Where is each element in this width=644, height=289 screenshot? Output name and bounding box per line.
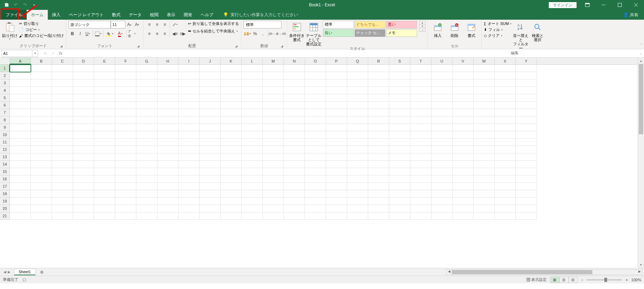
comma-format-icon[interactable]: ,: [259, 30, 267, 38]
cell[interactable]: [136, 205, 157, 212]
cell[interactable]: [326, 79, 347, 87]
cell[interactable]: [495, 124, 516, 131]
cell[interactable]: [284, 183, 305, 190]
cell[interactable]: [453, 79, 474, 87]
cell[interactable]: [136, 146, 157, 153]
merge-center-button[interactable]: ⬌セルを結合して中央揃え▾: [188, 28, 239, 34]
cell[interactable]: [200, 190, 221, 198]
cell[interactable]: [410, 65, 431, 72]
cell[interactable]: [347, 102, 368, 109]
cell[interactable]: [284, 109, 305, 116]
cell[interactable]: [73, 146, 94, 153]
cell[interactable]: [453, 102, 474, 109]
cell[interactable]: [263, 65, 284, 72]
clear-button[interactable]: ◇クリア ▾: [484, 33, 512, 39]
align-middle-icon[interactable]: ≡: [153, 21, 161, 28]
cell[interactable]: [221, 205, 242, 212]
normal-view-icon[interactable]: ▦: [550, 277, 559, 283]
cell[interactable]: [474, 139, 495, 146]
cell[interactable]: [221, 116, 242, 124]
cell[interactable]: [94, 65, 115, 72]
cell[interactable]: [157, 175, 178, 183]
cell[interactable]: [136, 79, 157, 87]
cell[interactable]: [453, 183, 474, 190]
cell[interactable]: [200, 109, 221, 116]
cell[interactable]: [305, 161, 326, 168]
cell[interactable]: [115, 198, 136, 205]
cell[interactable]: [157, 124, 178, 131]
cell[interactable]: [410, 102, 431, 109]
cell[interactable]: [157, 65, 178, 72]
cell[interactable]: [200, 161, 221, 168]
style-bad[interactable]: 悪い: [386, 21, 417, 28]
cell[interactable]: [178, 168, 200, 175]
cell[interactable]: [73, 131, 94, 139]
cell[interactable]: [495, 94, 516, 102]
cell[interactable]: [368, 116, 389, 124]
autosum-button[interactable]: Σオート SUM ▾: [484, 21, 512, 27]
styles-scroll[interactable]: ▴▾⌄: [419, 21, 425, 32]
cell[interactable]: [495, 131, 516, 139]
cell[interactable]: [221, 102, 242, 109]
cell[interactable]: [431, 212, 453, 220]
sheet-nav-next-icon[interactable]: ▶: [8, 270, 11, 274]
cell[interactable]: [305, 190, 326, 198]
cell[interactable]: [10, 124, 31, 131]
cell[interactable]: [495, 190, 516, 198]
cell[interactable]: [73, 153, 94, 161]
cell[interactable]: [326, 212, 347, 220]
cell[interactable]: [136, 198, 157, 205]
percent-format-icon[interactable]: %: [251, 30, 259, 38]
format-painter-button[interactable]: 🖌書式のコピー/貼り付け: [19, 33, 64, 39]
format-cells-button[interactable]: 書式: [464, 21, 479, 38]
scroll-down-icon[interactable]: ▾: [419, 25, 425, 28]
cell[interactable]: [73, 72, 94, 79]
cell[interactable]: [115, 109, 136, 116]
cell[interactable]: [474, 205, 495, 212]
cell[interactable]: [326, 198, 347, 205]
decrease-font-icon[interactable]: A▾: [133, 21, 141, 28]
column-header[interactable]: F: [115, 58, 136, 64]
cell[interactable]: [178, 205, 200, 212]
font-color-button[interactable]: A: [115, 30, 125, 38]
cell[interactable]: [263, 124, 284, 131]
cell[interactable]: [157, 139, 178, 146]
horizontal-scrollbar[interactable]: ◀ ▶: [446, 269, 643, 275]
cell[interactable]: [200, 65, 221, 72]
italic-button[interactable]: I: [76, 30, 84, 38]
cell[interactable]: [284, 139, 305, 146]
cell[interactable]: [136, 168, 157, 175]
cell[interactable]: [495, 168, 516, 175]
cell[interactable]: [178, 87, 200, 94]
cell[interactable]: [242, 161, 263, 168]
cell[interactable]: [305, 212, 326, 220]
cell[interactable]: [326, 146, 347, 153]
cell[interactable]: [115, 124, 136, 131]
cell[interactable]: [284, 94, 305, 102]
cell[interactable]: [221, 79, 242, 87]
cell[interactable]: [94, 102, 115, 109]
cell[interactable]: [52, 139, 73, 146]
cell[interactable]: [178, 139, 200, 146]
cell[interactable]: [347, 190, 368, 198]
cell[interactable]: [221, 124, 242, 131]
cell[interactable]: [305, 102, 326, 109]
column-header[interactable]: S: [389, 58, 410, 64]
cell[interactable]: [136, 124, 157, 131]
dialog-launcher-icon[interactable]: ◢: [234, 44, 238, 49]
cell[interactable]: [368, 102, 389, 109]
cell[interactable]: [242, 190, 263, 198]
cell[interactable]: [368, 109, 389, 116]
cell[interactable]: [516, 212, 537, 220]
cell[interactable]: [410, 131, 431, 139]
cell[interactable]: [200, 124, 221, 131]
cell[interactable]: [474, 212, 495, 220]
cell[interactable]: [410, 161, 431, 168]
cell[interactable]: [305, 124, 326, 131]
cell[interactable]: [516, 109, 537, 116]
cell[interactable]: [31, 79, 52, 87]
cell[interactable]: [73, 190, 94, 198]
cell[interactable]: [115, 153, 136, 161]
cell[interactable]: [284, 212, 305, 220]
cell[interactable]: [31, 72, 52, 79]
